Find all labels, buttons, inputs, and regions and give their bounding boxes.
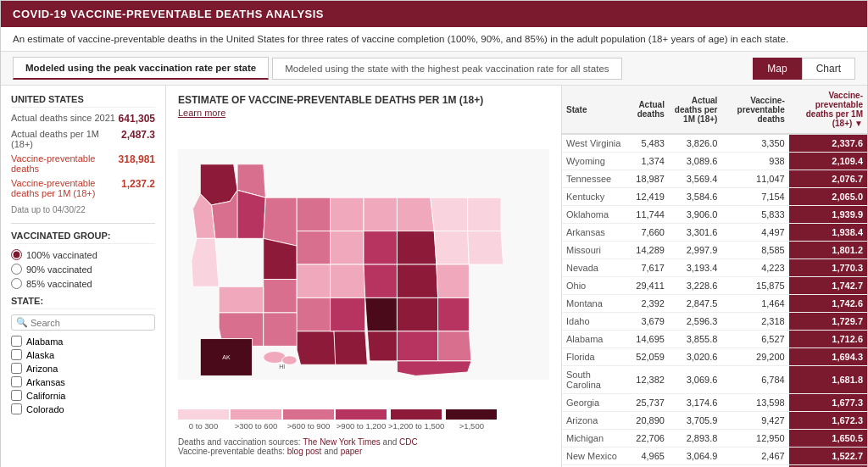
cell-vp-pm: 2,109.4 bbox=[789, 153, 867, 170]
cell-actual: 1,374 bbox=[627, 153, 669, 170]
tab-peak-per-state[interactable]: Modeled using the peak vaccination rate … bbox=[13, 57, 269, 80]
table-row: Nevada 7,617 3,193.4 4,223 1,770.3 bbox=[562, 259, 867, 277]
state-list-item[interactable]: Colorado bbox=[11, 403, 155, 414]
radio-90[interactable]: 90% vaccinated bbox=[11, 264, 155, 275]
cell-vp: 11,047 bbox=[721, 170, 788, 188]
svg-marker-9 bbox=[264, 238, 297, 279]
vaccinated-group-title: VACCINATED GROUP: bbox=[11, 231, 155, 244]
paper-link[interactable]: paper bbox=[341, 447, 363, 456]
svg-marker-29 bbox=[397, 231, 436, 264]
learn-more-link[interactable]: Learn more bbox=[178, 108, 549, 118]
cell-state: Michigan bbox=[562, 430, 627, 448]
svg-marker-37 bbox=[438, 331, 471, 361]
svg-marker-28 bbox=[397, 197, 434, 231]
cell-vp: 8,585 bbox=[721, 242, 788, 259]
stat-actual-deaths: Actual deaths since 2021 641,305 bbox=[11, 113, 155, 125]
radio-85[interactable]: 85% vaccinated bbox=[11, 278, 155, 289]
cell-actual-pm: 2,893.8 bbox=[669, 430, 721, 448]
cell-actual: 4,965 bbox=[627, 448, 669, 465]
legend-item-1: 0 to 300 bbox=[178, 409, 229, 431]
cell-vp-pm: 1,650.5 bbox=[789, 430, 867, 448]
cell-vp: 12,950 bbox=[721, 430, 788, 448]
cell-actual: 25,737 bbox=[627, 394, 669, 412]
cell-vp-pm: 1,801.2 bbox=[789, 242, 867, 259]
cell-vp: 13,598 bbox=[721, 394, 788, 412]
svg-marker-11 bbox=[264, 280, 297, 313]
cell-actual-pm: 3,906.0 bbox=[669, 206, 721, 224]
state-list-item[interactable]: Arkansas bbox=[11, 376, 155, 387]
cdc-link[interactable]: CDC bbox=[399, 437, 418, 447]
table-row: Georgia 25,737 3,174.6 13,598 1,677.3 bbox=[562, 394, 867, 412]
state-search-box[interactable]: 🔍 bbox=[11, 314, 155, 331]
cell-vp: 29,200 bbox=[721, 348, 788, 366]
map-view-button[interactable]: Map bbox=[753, 58, 801, 80]
cell-actual: 3,679 bbox=[627, 313, 669, 331]
cell-actual-pm: 3,855.8 bbox=[669, 331, 721, 348]
tabs-row: Modeled using the peak vaccination rate … bbox=[1, 52, 867, 86]
cell-actual: 2,392 bbox=[627, 295, 669, 313]
cell-state: Tennessee bbox=[562, 170, 627, 188]
cell-actual-pm: 3,089.6 bbox=[669, 153, 721, 170]
chart-view-button[interactable]: Chart bbox=[802, 58, 855, 80]
cell-actual: 14,289 bbox=[627, 242, 669, 259]
cell-actual-pm: 3,069.6 bbox=[669, 366, 721, 394]
svg-marker-20 bbox=[331, 264, 365, 297]
cell-actual: 22,706 bbox=[627, 430, 669, 448]
cell-vp-pm: 1,677.3 bbox=[789, 394, 867, 412]
cell-vp-pm: 1,672.3 bbox=[789, 412, 867, 430]
svg-marker-21 bbox=[331, 297, 365, 331]
search-icon: 🔍 bbox=[16, 317, 28, 328]
cell-vp-pm: 1,742.6 bbox=[789, 295, 867, 313]
cell-vp: 3,350 bbox=[721, 134, 788, 153]
cell-actual: 29,411 bbox=[627, 277, 669, 295]
cell-vp-pm: 1,770.3 bbox=[789, 259, 867, 277]
legend-item-2: >300 to 600 bbox=[231, 409, 281, 431]
cell-actual-pm: 3,064.9 bbox=[669, 448, 721, 465]
table-row: Missouri 14,289 2,997.9 8,585 1,801.2 bbox=[562, 242, 867, 259]
table-row: Wyoming 1,374 3,089.6 938 2,109.4 bbox=[562, 153, 867, 170]
radio-100[interactable]: 100% vaccinated bbox=[11, 249, 155, 260]
svg-text:AK: AK bbox=[222, 354, 231, 360]
state-list: Alabama Alaska Arizona Arkansas Californ… bbox=[11, 336, 155, 414]
cell-actual-pm: 3,174.6 bbox=[669, 394, 721, 412]
right-panel[interactable]: State Actual deaths Actual deaths per 1M… bbox=[562, 86, 867, 467]
data-date: Data up to 04/30/22 bbox=[11, 205, 155, 214]
left-panel: UNITED STATES Actual deaths since 2021 6… bbox=[1, 86, 166, 467]
cell-actual-pm: 3,569.4 bbox=[669, 170, 721, 188]
cell-vp-pm: 1,742.7 bbox=[789, 277, 867, 295]
cell-vp-pm: 1,522.7 bbox=[789, 448, 867, 465]
state-list-item[interactable]: California bbox=[11, 390, 155, 401]
svg-marker-36 bbox=[438, 297, 470, 331]
tab-highest-peak[interactable]: Modeled using the state with the highest… bbox=[272, 58, 621, 80]
cell-vp-pm: 2,065.0 bbox=[789, 188, 867, 206]
table-row: South Carolina 12,382 3,069.6 6,784 1,68… bbox=[562, 366, 867, 394]
cell-vp: 9,427 bbox=[721, 412, 788, 430]
main-content: UNITED STATES Actual deaths since 2021 6… bbox=[1, 86, 867, 467]
map-title: ESTIMATE OF VACCINE-PREVENTABLE DEATHS P… bbox=[178, 94, 549, 106]
cell-actual-pm: 3,228.6 bbox=[669, 277, 721, 295]
legend-item-3: >600 to 900 bbox=[283, 409, 334, 431]
col-vp: Vaccine-preventable deaths bbox=[721, 86, 788, 134]
cell-state: Montana bbox=[562, 295, 627, 313]
nyt-link[interactable]: The New York Times bbox=[303, 437, 381, 447]
legend-item-6: >1,500 bbox=[446, 409, 497, 431]
cell-vp-pm: 1,938.4 bbox=[789, 224, 867, 242]
cell-state: West Virginia bbox=[562, 134, 627, 153]
footnote-1: Deaths and vaccination sources: The New … bbox=[178, 437, 549, 447]
svg-marker-18 bbox=[331, 197, 364, 231]
state-list-item[interactable]: Alaska bbox=[11, 349, 155, 360]
cell-vp: 7,154 bbox=[721, 188, 788, 206]
cell-vp-pm: 1,694.3 bbox=[789, 348, 867, 366]
state-search-input[interactable] bbox=[31, 318, 150, 328]
state-list-item[interactable]: Arizona bbox=[11, 363, 155, 374]
cell-state: Oklahoma bbox=[562, 206, 627, 224]
cell-state: Ohio bbox=[562, 277, 627, 295]
svg-marker-31 bbox=[397, 297, 437, 331]
state-list-item[interactable]: Alabama bbox=[11, 336, 155, 347]
cell-vp: 6,527 bbox=[721, 331, 788, 348]
cell-actual-pm: 3,020.6 bbox=[669, 348, 721, 366]
cell-vp: 6,784 bbox=[721, 366, 788, 394]
col-actual-pm: Actual deaths per 1M (18+) bbox=[669, 86, 721, 134]
blog-link[interactable]: blog post bbox=[287, 447, 322, 456]
cell-actual-pm: 2,997.9 bbox=[669, 242, 721, 259]
